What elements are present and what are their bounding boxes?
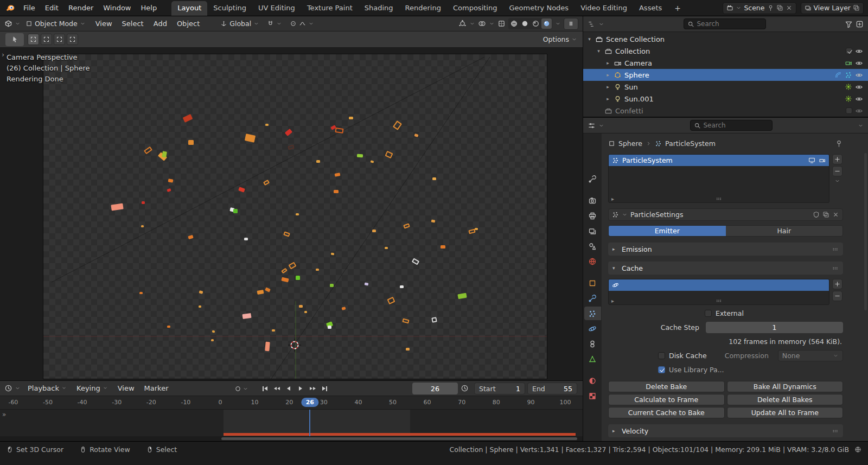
specials-menu-icon[interactable] [834, 178, 840, 184]
close-icon[interactable] [786, 4, 793, 11]
new-scene-icon[interactable] [776, 4, 783, 11]
toolbar-expand-chevron[interactable]: › [2, 50, 4, 59]
fake-user-icon[interactable] [813, 211, 820, 218]
new-collection-icon[interactable] [856, 20, 864, 28]
hide-toggle-eye-icon[interactable] [855, 107, 863, 115]
outliner-row-camera[interactable]: ▸Camera [583, 57, 868, 69]
breadcrumb-object[interactable]: Sphere [618, 139, 642, 148]
unlink-icon[interactable] [832, 211, 839, 218]
scrollbar-thumb[interactable] [221, 437, 577, 440]
grip-icon[interactable] [716, 195, 723, 202]
hide-toggle-eye-icon[interactable] [855, 59, 863, 67]
options-dropdown[interactable]: Options [543, 35, 577, 43]
frame-start-field[interactable]: Start 1 [474, 383, 525, 394]
disclosure-arrow[interactable]: ▾ [586, 36, 592, 42]
hide-toggle-eye-icon[interactable] [855, 83, 863, 91]
properties-scrollbar[interactable] [864, 153, 867, 310]
render-visibility-icon[interactable] [819, 157, 826, 164]
workspace-tab-compositing[interactable]: Compositing [447, 1, 503, 16]
current-frame-indicator[interactable]: 26 [302, 398, 318, 407]
add-particle-system-button[interactable] [832, 154, 843, 164]
editor-type-outliner-icon[interactable] [588, 20, 596, 28]
timeline-menu-marker[interactable]: Marker [139, 383, 174, 394]
remove-particle-system-button[interactable] [832, 166, 843, 176]
properties-tab-output[interactable] [584, 209, 601, 222]
editor-type-timeline-icon[interactable] [4, 384, 12, 392]
outliner-row-sphere[interactable]: ▸Sphere [583, 69, 868, 81]
workspace-tab-shading[interactable]: Shading [359, 1, 399, 16]
active-tool-select-box-button[interactable] [5, 33, 24, 46]
disclosure-arrow[interactable]: ▸ [605, 84, 611, 90]
disclosure-arrow[interactable]: ▸ [605, 96, 611, 101]
grip-icon[interactable] [832, 265, 839, 272]
delete-bake-button[interactable]: Delete Bake [608, 381, 725, 392]
viewport-menu-object[interactable]: Object [172, 18, 205, 29]
add-cache-button[interactable] [832, 279, 843, 289]
snapping-controls[interactable] [264, 18, 285, 30]
properties-search-input[interactable] [704, 122, 769, 129]
transform-orientation-selector[interactable]: Global [218, 18, 262, 30]
cache-slots[interactable]: ▸ [608, 279, 829, 305]
pin-icon[interactable] [767, 4, 774, 11]
properties-tab-physics[interactable] [584, 322, 601, 335]
workspace-tab-geometry-nodes[interactable]: Geometry Nodes [503, 1, 575, 16]
workspace-tab-rendering[interactable]: Rendering [399, 1, 447, 16]
current-frame-field[interactable]: 26 [412, 383, 458, 394]
timeline-menu-keying[interactable]: Keying [72, 383, 113, 394]
disclosure-arrow[interactable]: ▸ [605, 60, 611, 66]
section-cache[interactable]: ▾ Cache [608, 262, 843, 275]
bake-all-dynamics-button[interactable]: Bake All Dynamics [727, 381, 844, 392]
outliner-search-input[interactable] [697, 20, 762, 28]
next-keyframe-button[interactable] [307, 384, 318, 394]
external-checkbox[interactable] [705, 310, 712, 317]
exclude-checkbox[interactable] [846, 48, 852, 54]
previous-keyframe-button[interactable] [271, 384, 282, 394]
filter-icon[interactable] [845, 20, 853, 28]
cache-step-field[interactable]: 1 [706, 322, 843, 333]
auto-keying-toggle[interactable] [234, 383, 248, 394]
editor-type-properties-icon[interactable] [588, 122, 596, 130]
calculate-to-frame-button[interactable]: Calculate to Frame [608, 394, 725, 405]
shading-rendered-icon[interactable] [541, 18, 552, 29]
delete-all-bakes-button[interactable]: Delete All Bakes [727, 394, 844, 405]
properties-tab-particles[interactable] [584, 307, 601, 320]
menu-edit[interactable]: Edit [40, 2, 63, 14]
select-mode-set-button[interactable] [28, 34, 39, 45]
timeline-ruler[interactable]: -60-50-40-30-20-100102030405060708090100… [0, 396, 583, 410]
menu-window[interactable]: Window [98, 2, 136, 14]
section-velocity[interactable]: ▸ Velocity [608, 424, 843, 437]
expand-arrow[interactable]: ▸ [611, 196, 614, 202]
view-layer-selector[interactable]: View Layer [801, 2, 864, 14]
proportional-editing-controls[interactable] [287, 18, 317, 30]
breadcrumb-system[interactable]: ParticleSystem [665, 139, 716, 148]
select-mode-intersect-button[interactable] [67, 34, 78, 45]
disclosure-arrow[interactable]: ▾ [596, 48, 602, 54]
properties-tab-material[interactable] [584, 374, 601, 387]
select-mode-extend-button[interactable] [41, 34, 52, 45]
hide-toggle-eye-icon[interactable] [855, 47, 863, 55]
viewport-menu-view[interactable]: View [91, 18, 117, 29]
grip-icon[interactable] [716, 297, 723, 304]
properties-tab-object-data[interactable] [584, 352, 601, 366]
remove-cache-button[interactable] [832, 291, 843, 301]
viewport-menu-add[interactable]: Add [149, 18, 172, 29]
toggle-xray-icon[interactable] [497, 20, 506, 28]
show-overlays-icon[interactable] [478, 20, 486, 28]
properties-tab-render[interactable] [584, 194, 601, 207]
shading-solid-icon[interactable] [520, 18, 530, 29]
properties-tab-view-layer[interactable] [584, 224, 601, 238]
workspace-tab-sculpting[interactable]: Sculpting [207, 1, 252, 16]
new-view-layer-icon[interactable] [853, 4, 860, 11]
particle-settings-name[interactable]: ParticleSettings [630, 211, 683, 219]
current-cache-to-bake-button[interactable]: Current Cache to Bake [608, 407, 725, 418]
show-gizmo-icon[interactable] [458, 20, 467, 28]
3d-viewport[interactable]: › Camera Perspective(26) Col [0, 48, 583, 380]
new-datablock-icon[interactable] [822, 211, 829, 218]
blender-logo-icon[interactable] [4, 3, 15, 12]
properties-tab-scene[interactable] [584, 239, 601, 253]
select-mode-subtract-button[interactable] [54, 34, 65, 45]
outliner-row-sun[interactable]: ▸Sun [583, 81, 868, 93]
shading-wireframe-icon[interactable] [509, 18, 519, 29]
exclude-checkbox[interactable] [846, 107, 852, 114]
update-all-to-frame-button[interactable]: Update All to Frame [727, 407, 844, 418]
